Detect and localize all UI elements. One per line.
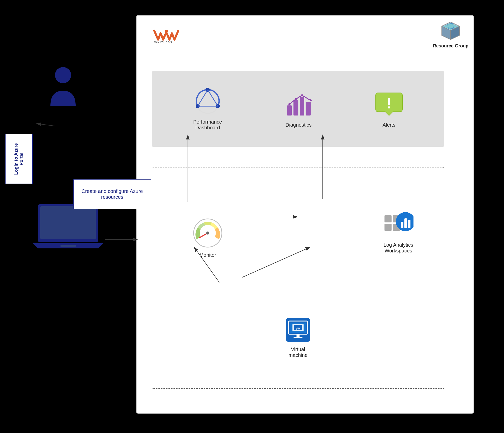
dashed-box: Monitor Log AnalyticsWork — [152, 167, 444, 389]
monitoring-bar: PerformanceDashboard Diag — [152, 71, 444, 147]
svg-rect-41 — [297, 334, 300, 337]
alerts-item: ! Alerts — [375, 90, 403, 128]
log-analytics-icon — [383, 208, 413, 239]
performance-dashboard-item: PerformanceDashboard — [193, 87, 222, 131]
monitor-label: Monitor — [199, 252, 216, 258]
laptop — [33, 202, 103, 253]
resource-group-icon — [440, 21, 461, 42]
svg-rect-42 — [293, 337, 303, 338]
performance-dashboard-icon — [194, 87, 222, 116]
svg-rect-15 — [293, 100, 298, 116]
svg-rect-17 — [306, 102, 311, 116]
log-analytics-item: Log AnalyticsWorkspaces — [383, 208, 413, 254]
svg-line-50 — [37, 124, 55, 126]
svg-point-26 — [206, 232, 209, 235]
monitor-icon — [193, 218, 223, 249]
svg-rect-16 — [300, 97, 304, 116]
svg-rect-46 — [40, 206, 96, 239]
configure-box: Create and configure Azure resources — [73, 179, 151, 209]
diagnostics-label: Diagnostics — [286, 122, 312, 128]
diagnostics-icon — [285, 90, 312, 119]
user-person — [48, 66, 78, 107]
svg-point-21 — [310, 99, 312, 101]
alerts-icon: ! — [375, 90, 403, 119]
virtual-machine-item: VM Virtualmachine — [285, 317, 311, 358]
svg-text:WHIZLABS: WHIZLABS — [154, 41, 172, 43]
virtual-machine-icon: VM — [285, 317, 311, 343]
svg-rect-30 — [384, 224, 392, 231]
main-card: WHIZLABS Resource Group — [136, 15, 474, 414]
svg-rect-14 — [287, 105, 292, 116]
svg-rect-47 — [61, 245, 76, 247]
svg-text:VM: VM — [296, 327, 300, 331]
virtual-machine-label: Virtualmachine — [288, 347, 308, 358]
svg-point-20 — [301, 94, 303, 96]
resource-group-label: Resource Group — [433, 43, 468, 49]
configure-box-label: Create and configure Azure resources — [76, 188, 148, 200]
login-box: Login to Azure Portal — [5, 134, 33, 184]
login-box-label: Login to Azure Portal — [14, 136, 24, 182]
monitor-item: Monitor — [193, 218, 223, 258]
performance-dashboard-label: PerformanceDashboard — [193, 119, 222, 131]
svg-point-19 — [295, 98, 297, 100]
svg-rect-33 — [401, 222, 403, 228]
svg-point-44 — [55, 67, 71, 83]
alerts-label: Alerts — [382, 122, 395, 128]
svg-rect-34 — [404, 218, 407, 228]
diagnostics-item: Diagnostics — [285, 90, 312, 128]
log-analytics-label: Log AnalyticsWorkspaces — [383, 242, 413, 254]
whizlabs-logo: WHIZLABS — [152, 28, 182, 44]
svg-point-18 — [288, 103, 290, 105]
svg-rect-28 — [384, 215, 392, 222]
svg-rect-35 — [408, 220, 410, 228]
svg-text:!: ! — [387, 95, 392, 112]
resource-group: Resource Group — [433, 21, 468, 49]
